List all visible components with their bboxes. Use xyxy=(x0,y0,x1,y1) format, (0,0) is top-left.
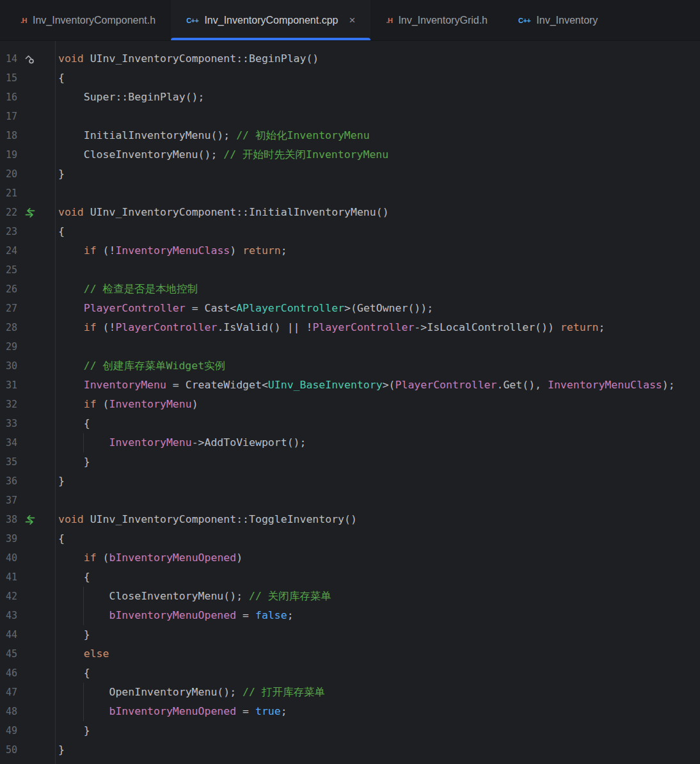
code-line[interactable]: 45 else xyxy=(0,644,700,664)
code-line[interactable]: 20} xyxy=(0,164,700,184)
gutter-cell xyxy=(19,107,55,126)
code-token: // 初始化InventoryMenu xyxy=(236,129,369,141)
line-number[interactable]: 48 xyxy=(0,702,19,721)
tab-inv-inventorygrid-h[interactable]: .HInv_InventoryGrid.h xyxy=(370,0,503,40)
code-line[interactable]: 25 xyxy=(0,260,700,280)
line-number[interactable]: 26 xyxy=(0,280,19,299)
code-line[interactable]: 42 CloseInventoryMenu(); // 关闭库存菜单 xyxy=(0,587,700,606)
code-token: if xyxy=(84,552,97,564)
code-line[interactable]: 22 void UInv_InventoryComponent::Initial… xyxy=(0,203,700,222)
hot-reload-icon[interactable] xyxy=(24,207,36,218)
code-line[interactable]: 41 { xyxy=(0,568,700,587)
code-line[interactable]: 26 // 检查是否是本地控制 xyxy=(0,280,700,299)
code-line[interactable]: 17 xyxy=(0,107,700,126)
code-line[interactable]: 24 if (!InventoryMenuClass) return; xyxy=(0,241,700,260)
line-number[interactable]: 28 xyxy=(0,318,19,337)
line-number[interactable]: 38 xyxy=(0,510,19,529)
code-line[interactable]: 50} xyxy=(0,740,700,760)
gutter-cell xyxy=(19,721,55,740)
header-file-icon: .H xyxy=(20,17,27,24)
code-line[interactable]: 39{ xyxy=(0,529,700,548)
code-token: void xyxy=(58,52,84,65)
code-line[interactable]: 43 bInventoryMenuOpened = false; xyxy=(0,606,700,625)
line-number[interactable]: 46 xyxy=(0,664,19,683)
line-number[interactable]: 15 xyxy=(0,68,19,88)
line-number[interactable]: 16 xyxy=(0,88,19,107)
line-number[interactable]: 25 xyxy=(0,260,19,280)
code-line[interactable]: 40 if (bInventoryMenuOpened) xyxy=(0,548,700,568)
line-number[interactable]: 24 xyxy=(0,241,19,260)
code-token: // 打开库存菜单 xyxy=(243,686,325,698)
line-number[interactable]: 35 xyxy=(0,452,19,472)
code-line[interactable]: 30 // 创建库存菜单Widget实例 xyxy=(0,356,700,376)
code-line[interactable]: 23{ xyxy=(0,222,700,241)
code-line[interactable]: 18 InitialInventoryMenu(); // 初始化Invento… xyxy=(0,126,700,145)
line-number[interactable]: 50 xyxy=(0,740,19,760)
line-number[interactable]: 36 xyxy=(0,472,19,491)
code-line[interactable]: 14 void UInv_InventoryComponent::BeginPl… xyxy=(0,49,700,68)
code-line[interactable]: 16 Super::BeginPlay(); xyxy=(0,88,700,107)
code-token: InventoryMenuClass xyxy=(548,379,662,391)
code-line[interactable]: 46 { xyxy=(0,664,700,683)
code-line[interactable]: 38 void UInv_InventoryComponent::ToggleI… xyxy=(0,510,700,529)
code-line[interactable]: 29 xyxy=(0,337,700,356)
line-number[interactable]: 14 xyxy=(0,49,19,68)
code-line[interactable]: 36} xyxy=(0,472,700,491)
line-number[interactable]: 41 xyxy=(0,568,19,587)
code-line[interactable]: 35 } xyxy=(0,452,700,472)
line-number[interactable]: 20 xyxy=(0,164,19,184)
tab-inv-inventorycomponent-cpp[interactable]: C++Inv_InventoryComponent.cpp× xyxy=(171,0,370,40)
line-number[interactable]: 45 xyxy=(0,644,19,664)
code-line[interactable]: 37 xyxy=(0,491,700,510)
line-number[interactable]: 27 xyxy=(0,299,19,318)
code-line[interactable]: 48 bInventoryMenuOpened = true; xyxy=(0,702,700,721)
line-number[interactable]: 17 xyxy=(0,107,19,126)
line-number[interactable]: 47 xyxy=(0,683,19,702)
override-marker-icon[interactable] xyxy=(24,54,36,65)
code-line[interactable]: 34 InventoryMenu->AddToViewport(); xyxy=(0,433,700,452)
line-number[interactable]: 43 xyxy=(0,606,19,625)
line-number[interactable]: 37 xyxy=(0,491,19,510)
code-line[interactable]: 47 OpenInventoryMenu(); // 打开库存菜单 xyxy=(0,683,700,702)
tab-inv-inventorycomponent-h[interactable]: .HInv_InventoryComponent.h xyxy=(5,0,171,40)
line-number[interactable]: 22 xyxy=(0,203,19,222)
code-line[interactable]: 31 InventoryMenu = CreateWidget<UInv_Bas… xyxy=(0,376,700,395)
line-number[interactable]: 19 xyxy=(0,145,19,164)
line-number[interactable]: 29 xyxy=(0,337,19,356)
code-line[interactable]: 15{ xyxy=(0,68,700,88)
code-line[interactable]: 27 PlayerController = Cast<APlayerContro… xyxy=(0,299,700,318)
code-token: UInv_InventoryComponent::ToggleInventory… xyxy=(84,513,357,525)
line-number[interactable]: 40 xyxy=(0,548,19,568)
tab-label: Inv_InventoryGrid.h xyxy=(398,15,488,26)
code-text: if (bInventoryMenuOpened) xyxy=(55,548,700,568)
code-token: APlayerController xyxy=(236,302,344,314)
line-number[interactable]: 39 xyxy=(0,529,19,548)
code-token: } xyxy=(58,456,90,468)
tab-inv-inventory[interactable]: C++Inv_Inventory xyxy=(503,0,613,40)
code-line[interactable]: 44 } xyxy=(0,625,700,644)
line-number[interactable]: 18 xyxy=(0,126,19,145)
line-number[interactable]: 49 xyxy=(0,721,19,740)
code-line[interactable]: 49 } xyxy=(0,721,700,740)
tab-label: Inv_InventoryComponent.cpp xyxy=(204,15,338,26)
line-number[interactable]: 42 xyxy=(0,587,19,606)
line-number[interactable]: 21 xyxy=(0,184,19,203)
code-line[interactable]: 32 if (InventoryMenu) xyxy=(0,395,700,414)
code-line[interactable]: 21 xyxy=(0,184,700,203)
header-file-icon: .H xyxy=(386,17,392,24)
line-number[interactable]: 33 xyxy=(0,414,19,433)
code-token xyxy=(58,244,84,257)
line-number[interactable]: 32 xyxy=(0,395,19,414)
line-number[interactable]: 44 xyxy=(0,625,19,644)
line-number[interactable]: 30 xyxy=(0,356,19,376)
close-tab-icon[interactable]: × xyxy=(349,15,355,26)
gutter-cell xyxy=(19,395,55,414)
code-line[interactable]: 19 CloseInventoryMenu(); // 开始时先关闭Invent… xyxy=(0,145,700,164)
code-line[interactable]: 33 { xyxy=(0,414,700,433)
code-line[interactable]: 28 if (!PlayerController.IsValid() || !P… xyxy=(0,318,700,337)
line-number[interactable]: 31 xyxy=(0,376,19,395)
line-number[interactable]: 34 xyxy=(0,433,19,452)
line-number[interactable]: 23 xyxy=(0,222,19,241)
code-text: { xyxy=(55,664,700,683)
hot-reload-icon[interactable] xyxy=(24,514,36,525)
